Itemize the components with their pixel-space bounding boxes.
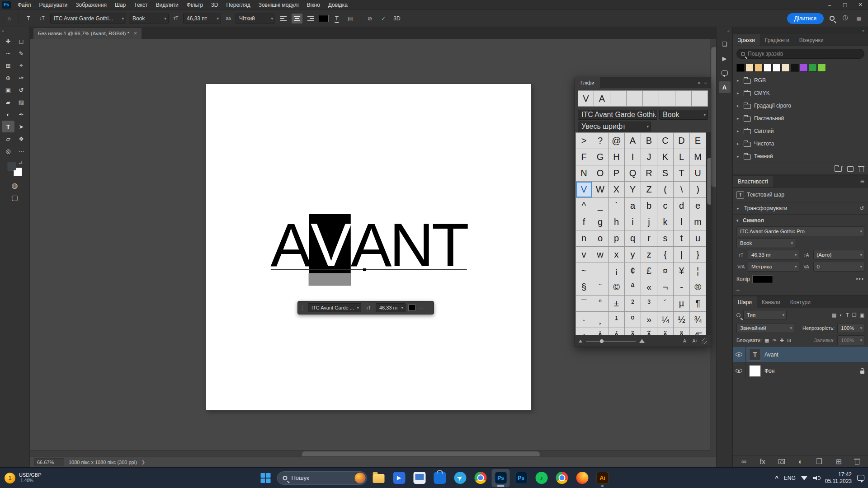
toggle-panels-icon[interactable]: ▤ [345,13,356,24]
collapse-panel-icon[interactable]: » [698,80,700,85]
glyph-cell[interactable]: @ [609,133,625,149]
menu-item-4[interactable]: Текст [130,0,151,10]
glyph-cell[interactable]: y [625,247,641,263]
glyph-cell[interactable]: p [609,230,625,247]
glyph-cell[interactable]: ¼ [657,312,674,328]
color-swatch[interactable] [745,64,754,72]
glyph-cell[interactable]: r [641,230,657,247]
commit-edits-icon[interactable]: ✓ [378,13,389,24]
glyph-cell[interactable]: ¡ [609,263,625,279]
glyph-cell[interactable]: V [576,182,592,198]
tab-Градієнти[interactable]: Градієнти [760,34,794,46]
glyph-cell[interactable]: ` [609,198,625,214]
glyph-cell[interactable]: ? [592,133,609,149]
glyph-cell[interactable]: O [592,165,609,182]
new-group-icon[interactable]: ❒ [816,457,822,466]
glyph-cell[interactable] [592,263,609,279]
lock-kind-icon[interactable]: ✚ [780,338,784,343]
glyph-size-slider-thumb[interactable] [600,339,604,343]
panel-menu-icon[interactable]: ≡ [704,80,707,85]
microsoft-store[interactable] [431,469,449,487]
glyph-cell[interactable]: ² [625,296,641,312]
color-swatch[interactable] [800,64,808,72]
glyphs-panel-icon[interactable]: A [719,81,731,93]
menu-item-2[interactable]: Зображення [71,0,111,10]
glyph-cell[interactable]: s [657,230,674,247]
glyph-cell[interactable]: T [674,165,690,182]
tab-Зразки[interactable]: Зразки [733,34,760,46]
photoshop[interactable]: Ps [492,469,510,487]
glyph-cell[interactable]: h [609,214,625,230]
recent-glyph-cell[interactable] [627,90,643,107]
close-button[interactable]: ✕ [853,0,868,10]
properties-menu-icon[interactable]: ≡ [860,176,868,187]
color-control[interactable]: ⇄ [7,161,23,177]
glyph-cell[interactable]: { [657,247,674,263]
new-swatch-icon[interactable] [847,166,854,172]
glyph-cell[interactable]: l [674,214,690,230]
expand-panels-icon[interactable]: « [725,28,732,35]
glyph-cell[interactable]: n [576,230,592,247]
glyphs-font-style-select[interactable]: Book [659,110,708,120]
glyph-cell[interactable]: _ [592,198,609,214]
glyph-cell[interactable]: ¥ [674,263,690,279]
character-section-header[interactable]: ▾ Символ [733,215,868,226]
glyph-cell[interactable]: ¯ [576,296,592,312]
glyph-cell[interactable]: j [641,214,657,230]
tab-Шари[interactable]: Шари [733,296,757,308]
glyph-cell[interactable]: Å [674,328,690,335]
glyph-bigger-icon[interactable]: A+ [692,338,698,343]
properties-tracking-select[interactable]: 0 [813,262,865,272]
reset-transform-icon[interactable]: ↺ [859,205,864,211]
layer-row[interactable]: Фон [733,363,868,379]
glyph-cell[interactable]: R [641,165,657,182]
tab-Візерунки[interactable]: Візерунки [794,34,829,46]
color-swatch[interactable] [818,64,826,72]
glyph-cell[interactable]: ¶ [690,296,706,312]
color-swatch[interactable] [736,64,745,72]
lock-kind-icon[interactable]: ✑ [772,338,776,343]
glyph-cell[interactable]: ª [625,279,641,296]
glyph-cell[interactable]: ¨ [592,279,609,296]
menu-item-8[interactable]: Перегляд [222,0,254,10]
glyphs-panel-header[interactable]: Гліфи » ≡ [575,77,711,88]
history-brush-tool[interactable]: ↺ [15,84,28,96]
recent-glyph-cell[interactable] [692,90,708,107]
notifications-icon[interactable] [857,475,864,481]
opacity-select[interactable]: 100% [837,323,864,333]
glyph-cell[interactable]: ( [657,182,674,198]
swatch-group[interactable]: ▸CMYK [733,87,868,99]
eyedropper-tool[interactable]: ⌖ [15,60,28,71]
glyph-smaller-icon[interactable]: A− [683,338,689,343]
add-mask-icon[interactable] [778,459,785,464]
properties-kerning-select[interactable]: Метрика [748,262,799,272]
recent-glyph-cell[interactable] [610,90,627,107]
menu-item-1[interactable]: Редагувати [35,0,72,10]
shape-tool[interactable]: ▱ [2,133,14,145]
language-indicator[interactable]: ENG [784,475,796,481]
glyph-cell[interactable]: c [657,198,674,214]
notes-panel-icon[interactable] [719,67,731,79]
maximize-button[interactable]: ▢ [837,0,853,10]
glyph-cell[interactable]: À [592,328,609,335]
lasso-tool[interactable]: ∽ [2,47,14,59]
gradient-tool[interactable]: ▨ [15,96,28,108]
glyph-cell[interactable]: L [674,149,690,165]
swap-colors-icon[interactable]: ⇄ [19,160,23,165]
marquee-tool[interactable]: ◻ [15,35,28,47]
glyph-cell[interactable]: F [576,149,592,165]
menu-item-11[interactable]: Довідка [324,0,352,10]
font-style-select[interactable]: Book [129,14,169,23]
glyph-cell[interactable]: P [609,165,625,182]
glyph-cell[interactable]: © [609,279,625,296]
firefox[interactable] [573,469,591,487]
pen-tool[interactable]: ✒ [15,108,28,120]
properties-size-select[interactable]: 46,33 пт [748,250,799,260]
glyph-cell[interactable]: t [674,230,690,247]
edit-toolbar[interactable]: ⋯ [15,145,28,157]
type-tool[interactable]: T [2,121,14,132]
glyph-cell[interactable]: « [641,279,657,296]
recent-glyph-cell[interactable] [643,90,659,107]
blur-tool[interactable]: ◐ [2,108,14,120]
glyph-cell[interactable]: § [576,279,592,296]
